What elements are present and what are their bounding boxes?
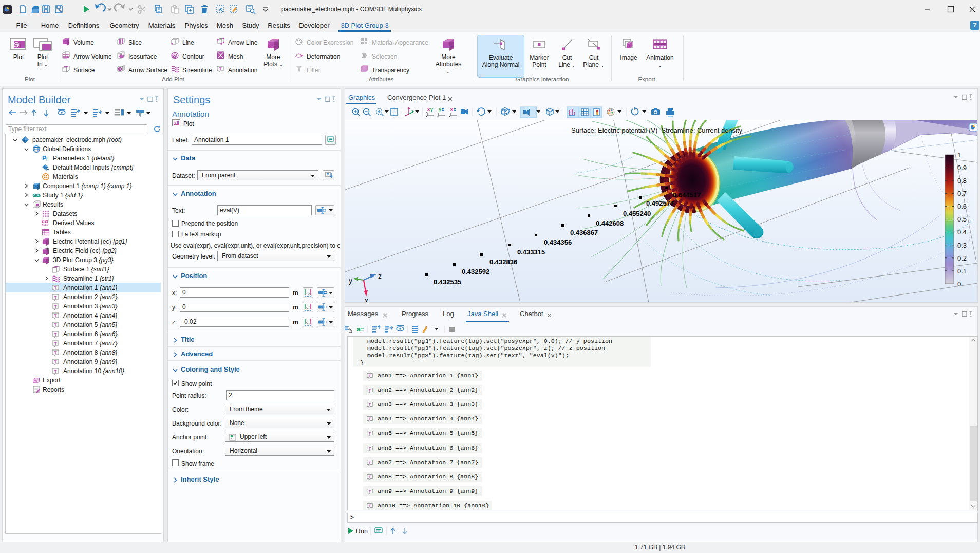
svg-text:0.455240: 0.455240 bbox=[623, 210, 651, 217]
svg-text:z: z bbox=[442, 107, 444, 112]
svg-text:x: x bbox=[427, 107, 430, 112]
svg-text:0.432535: 0.432535 bbox=[434, 278, 461, 286]
svg-text:y: y bbox=[349, 276, 352, 285]
svg-text:0.432836: 0.432836 bbox=[489, 258, 517, 266]
svg-text:0.433315: 0.433315 bbox=[517, 248, 545, 256]
svg-text:0.432592: 0.432592 bbox=[462, 268, 489, 275]
svg-text:0.3: 0.3 bbox=[957, 242, 967, 249]
svg-text:0.434356: 0.434356 bbox=[544, 238, 572, 246]
svg-text:y: y bbox=[430, 107, 433, 112]
svg-text:0.644517: 0.644517 bbox=[673, 191, 701, 199]
svg-text:0.9: 0.9 bbox=[957, 164, 967, 172]
svg-text:0.5: 0.5 bbox=[957, 215, 967, 223]
svg-text:0.6: 0.6 bbox=[957, 202, 967, 210]
svg-text:0: 0 bbox=[957, 280, 961, 288]
svg-text:x: x bbox=[450, 107, 453, 112]
svg-text:8.85: 8.85 bbox=[42, 219, 48, 223]
svg-text:a=: a= bbox=[357, 326, 364, 333]
svg-text:Surface: Electric potential (V: Surface: Electric potential (V) Streamli… bbox=[571, 126, 743, 134]
svg-text:x: x bbox=[365, 297, 368, 302]
svg-text:y: y bbox=[439, 107, 441, 112]
svg-text:e-12: e-12 bbox=[42, 223, 48, 227]
svg-text:0.492577: 0.492577 bbox=[646, 199, 674, 207]
svg-text:0.7: 0.7 bbox=[957, 190, 967, 197]
svg-text:0.442608: 0.442608 bbox=[596, 219, 624, 227]
svg-text:1101: 1101 bbox=[34, 380, 40, 382]
svg-text:0.8: 0.8 bbox=[957, 177, 967, 185]
svg-text:1: 1 bbox=[957, 151, 961, 159]
svg-text:0.4: 0.4 bbox=[957, 228, 967, 236]
svg-text:Run: Run bbox=[356, 528, 368, 535]
svg-text:0.2: 0.2 bbox=[957, 254, 967, 262]
svg-text:z: z bbox=[378, 272, 382, 280]
svg-text:i: i bbox=[46, 157, 47, 162]
svg-text:0.436867: 0.436867 bbox=[570, 229, 598, 236]
svg-text:z: z bbox=[454, 107, 456, 112]
svg-text:P: P bbox=[42, 155, 46, 162]
svg-text:0.1: 0.1 bbox=[957, 267, 967, 275]
